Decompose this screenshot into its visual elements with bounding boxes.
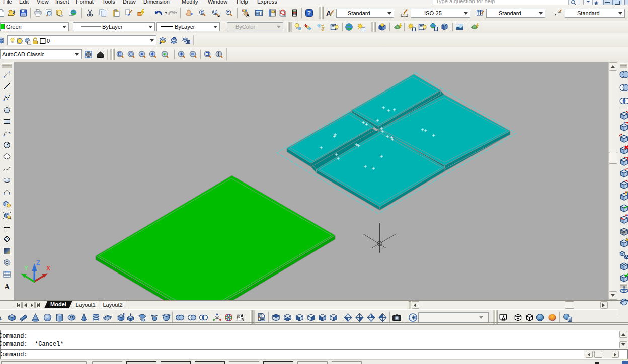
svg-text:Z: Z — [36, 259, 40, 266]
svg-text:A: A — [326, 9, 331, 17]
svg-text:?: ? — [307, 10, 310, 17]
svg-text:0: 0 — [238, 314, 240, 319]
svg-text:A: A — [246, 12, 250, 17]
svg-text:Y: Y — [24, 265, 28, 272]
svg-text:X: X — [46, 265, 50, 272]
svg-text:A: A — [4, 283, 10, 291]
